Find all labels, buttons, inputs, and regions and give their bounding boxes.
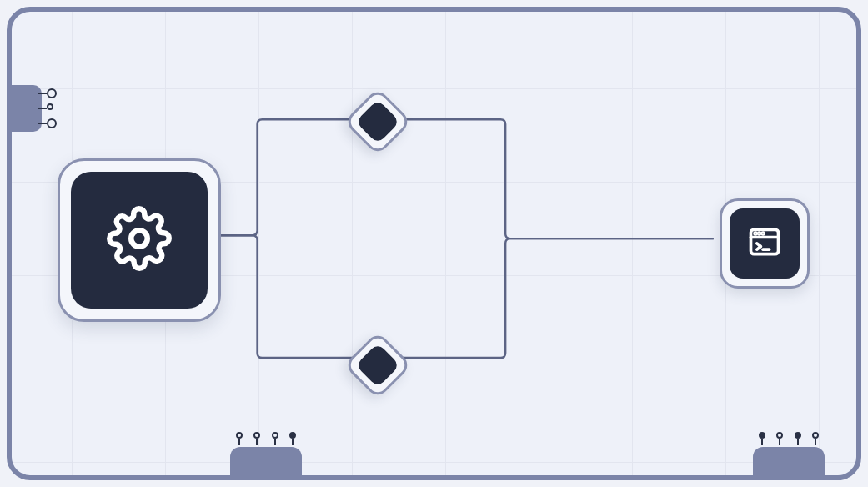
terminal-node[interactable] xyxy=(720,198,810,289)
chip-connector-bottom-left xyxy=(230,447,302,480)
diamond-icon xyxy=(355,343,400,388)
terminal-icon xyxy=(746,223,783,264)
workflow-canvas[interactable] xyxy=(7,7,861,480)
decision-node-bottom[interactable] xyxy=(354,341,402,389)
svg-point-0 xyxy=(131,230,148,247)
diamond-icon xyxy=(355,99,400,144)
decision-node-top[interactable] xyxy=(354,98,402,146)
gear-icon xyxy=(107,206,172,274)
svg-point-3 xyxy=(755,233,756,234)
svg-point-5 xyxy=(762,233,764,234)
chip-connector-left xyxy=(7,85,42,132)
settings-node[interactable] xyxy=(58,158,221,322)
chip-connector-bottom-right xyxy=(753,447,825,480)
svg-point-4 xyxy=(759,233,760,234)
